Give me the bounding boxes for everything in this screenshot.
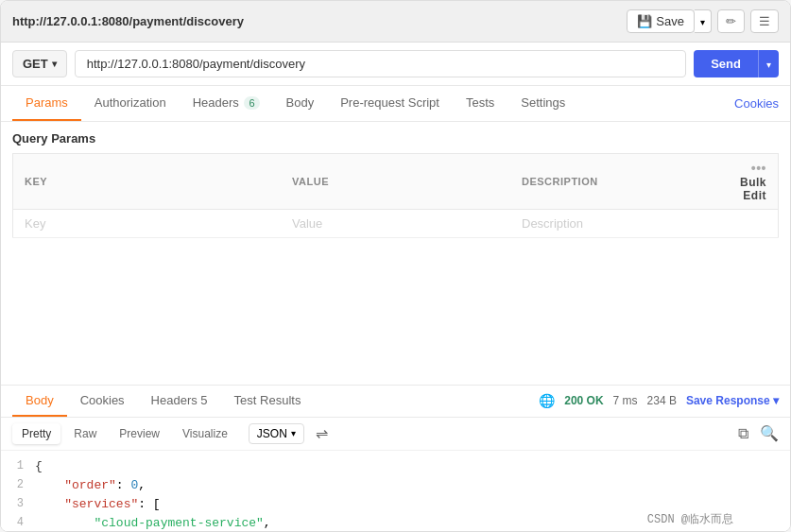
send-chevron-icon: ▾ — [766, 60, 771, 70]
title-url: http://127.0.0.1:8080/payment/discovery — [12, 14, 244, 28]
col-header-description: DESCRIPTION — [510, 154, 725, 210]
response-tab-body[interactable]: Body — [12, 386, 67, 417]
format-visualize-button[interactable]: Visualize — [173, 423, 237, 444]
watermark: CSDN @临水而息 — [647, 511, 733, 527]
spacer — [1, 238, 790, 385]
response-section: Body Cookies Headers 5 Test Results 🌐 20… — [1, 385, 790, 532]
code-line-2: 2 "order": 0, — [1, 477, 790, 496]
filter-icon[interactable]: ⇌ — [316, 424, 328, 442]
send-button[interactable]: Send — [694, 50, 758, 77]
actions-cell — [725, 210, 779, 238]
edit-icon: ✏ — [726, 14, 736, 28]
url-input[interactable] — [75, 50, 686, 77]
col-header-value: VALUE — [281, 154, 510, 210]
save-button[interactable]: 💾 Save — [627, 9, 695, 33]
code-line-1: 1 { — [1, 458, 790, 477]
response-tab-test-results[interactable]: Test Results — [221, 386, 315, 417]
response-tab-headers[interactable]: Headers 5 — [138, 386, 221, 417]
more-icon: ••• — [751, 161, 766, 176]
title-bar: http://127.0.0.1:8080/payment/discovery … — [1, 1, 790, 43]
tabs-left: Params Authorization Headers 6 Body Pre-… — [12, 86, 578, 121]
response-size: 234 B — [647, 394, 677, 407]
params-table: KEY VALUE DESCRIPTION ••• Bulk Edit Key … — [12, 153, 779, 238]
json-label: JSON — [257, 427, 287, 440]
format-pretty-button[interactable]: Pretty — [12, 423, 60, 444]
response-tabs-left: Body Cookies Headers 5 Test Results — [12, 386, 314, 417]
app-window: http://127.0.0.1:8080/payment/discovery … — [0, 0, 791, 532]
tabs-bar: Params Authorization Headers 6 Body Pre-… — [1, 86, 790, 122]
tab-body[interactable]: Body — [273, 86, 328, 121]
tab-settings[interactable]: Settings — [507, 86, 578, 121]
tab-authorization[interactable]: Authorization — [81, 86, 180, 121]
note-icon: ☰ — [759, 14, 770, 28]
format-bar: Pretty Raw Preview Visualize JSON ▾ ⇌ ⧉ … — [1, 418, 790, 451]
key-cell[interactable]: Key — [13, 210, 282, 238]
response-headers-badge: 5 — [200, 393, 207, 407]
desc-cell[interactable]: Description — [510, 210, 725, 238]
value-cell[interactable]: Value — [281, 210, 510, 238]
cookies-link[interactable]: Cookies — [734, 96, 779, 111]
save-dropdown-button[interactable]: ▾ — [695, 9, 712, 33]
tab-tests[interactable]: Tests — [453, 86, 507, 121]
chevron-down-icon: ▾ — [700, 17, 705, 27]
edit-button[interactable]: ✏ — [717, 9, 745, 33]
method-chevron-icon: ▾ — [52, 59, 57, 69]
send-dropdown-button[interactable]: ▾ — [758, 50, 779, 77]
json-chevron-icon: ▾ — [291, 428, 296, 438]
save-icon: 💾 — [637, 14, 652, 28]
response-tabs-bar: Body Cookies Headers 5 Test Results 🌐 20… — [1, 386, 790, 418]
title-actions: 💾 Save ▾ ✏ ☰ — [627, 9, 779, 33]
save-label: Save — [656, 14, 684, 28]
col-header-key: KEY — [13, 154, 282, 210]
json-format-select[interactable]: JSON ▾ — [249, 423, 304, 444]
method-select[interactable]: GET ▾ — [12, 50, 67, 77]
request-bar: GET ▾ Send ▾ — [1, 43, 790, 86]
col-header-actions: ••• Bulk Edit — [725, 154, 779, 210]
save-response-button[interactable]: Save Response ▾ — [686, 394, 779, 407]
response-status: 🌐 200 OK 7 ms 234 B Save Response ▾ — [539, 393, 779, 408]
status-badge: 200 OK — [564, 394, 603, 407]
code-area[interactable]: 1 { 2 "order": 0, 3 "services": [ 4 "clo… — [1, 451, 790, 532]
copy-icon[interactable]: ⧉ — [738, 425, 748, 442]
table-row: Key Value Description — [13, 210, 779, 238]
globe-icon: 🌐 — [539, 393, 555, 408]
format-raw-button[interactable]: Raw — [64, 423, 106, 444]
response-time: 7 ms — [613, 394, 638, 407]
query-params-title: Query Params — [12, 131, 779, 146]
search-icon[interactable]: 🔍 — [760, 424, 779, 442]
query-params-section: Query Params KEY VALUE DESCRIPTION ••• B… — [1, 122, 790, 238]
tab-params[interactable]: Params — [12, 86, 81, 121]
headers-badge: 6 — [244, 96, 259, 110]
method-label: GET — [23, 57, 48, 71]
bulk-edit-label[interactable]: Bulk Edit — [740, 176, 766, 202]
save-response-chevron-icon: ▾ — [773, 394, 779, 407]
tab-prerequest[interactable]: Pre-request Script — [327, 86, 453, 121]
format-preview-button[interactable]: Preview — [110, 423, 169, 444]
response-tab-cookies[interactable]: Cookies — [67, 386, 138, 417]
note-button[interactable]: ☰ — [750, 9, 779, 33]
tab-headers[interactable]: Headers 6 — [180, 86, 273, 121]
